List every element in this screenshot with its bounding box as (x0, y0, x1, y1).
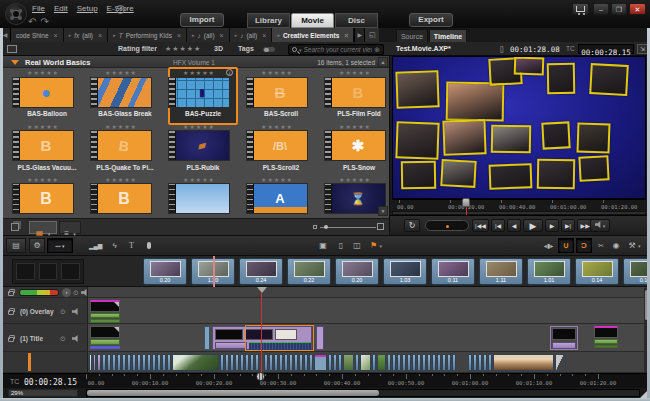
title-track-content[interactable] (88, 324, 644, 352)
storyboard-clip-1[interactable]: 0.20 (143, 258, 187, 285)
storyboard-clip-9[interactable]: 1.01 (527, 258, 571, 285)
next-clip-button[interactable]: ▶| (561, 219, 575, 232)
av-clip[interactable] (402, 354, 406, 371)
audio-mixer-button[interactable]: ◂▮▸ (540, 238, 557, 253)
item-rating-stars[interactable]: ★★★★★ (164, 123, 234, 130)
zoom-out-icon[interactable] (313, 225, 317, 229)
title-clip-1[interactable] (90, 326, 120, 350)
library-item-pls-rubik[interactable]: ▰ (168, 130, 230, 161)
step-forward-button[interactable]: ▶ (545, 219, 559, 232)
undo-redo-icons[interactable]: ↶↷ (28, 16, 53, 27)
av-track-header[interactable] (0, 352, 88, 373)
menu-file[interactable]: File (32, 4, 45, 13)
zoom-slider-handle[interactable] (324, 225, 328, 229)
av-clip[interactable] (250, 354, 254, 371)
library-item-bas-scroll[interactable]: B (246, 77, 308, 108)
library-tab--all-[interactable]: ▸♪(all)× (230, 28, 273, 42)
av-clip[interactable] (264, 354, 268, 371)
library-tab--all-[interactable]: ▸♪(all)× (187, 28, 230, 42)
library-item-pls-snow[interactable]: ✱ (324, 130, 386, 161)
av-clip[interactable] (97, 354, 101, 371)
item-rating-stars[interactable]: ★★★★★ (164, 176, 234, 183)
horizontal-scrollbar[interactable] (86, 389, 640, 397)
item-rating-stars[interactable]: ★★★★★ (242, 176, 312, 183)
av-clip[interactable] (483, 354, 487, 371)
library-tab-performing-kids[interactable]: ▸TPerforming Kids× (108, 28, 187, 42)
playhead-handle[interactable] (256, 372, 265, 381)
storyboard-clip-8[interactable]: 1.11 (479, 258, 523, 285)
item-info-icon[interactable]: i (226, 69, 233, 76)
av-clip[interactable] (473, 354, 477, 371)
import-button[interactable]: Import (180, 13, 224, 27)
search-clear-icon[interactable]: ⊗ (374, 46, 380, 54)
volume-button[interactable]: ▾ (590, 219, 610, 232)
av-clip[interactable] (147, 354, 151, 371)
item-rating-stars[interactable]: ★★★★★ (86, 123, 156, 130)
storyboard-clip-4[interactable]: 0.22 (287, 258, 331, 285)
av-clip[interactable] (245, 354, 249, 371)
overlay-track-header[interactable]: (0) Overlay ⊙ (0, 298, 88, 324)
storyboard-clip-10[interactable]: 0.14 (575, 258, 619, 285)
av-clip[interactable] (162, 354, 166, 371)
scenes-icon[interactable] (11, 223, 19, 231)
filter-3d-label[interactable]: 3D (214, 45, 223, 52)
item-rating-stars[interactable]: ★★★★★ (242, 69, 312, 76)
av-clip[interactable] (314, 354, 327, 371)
av-clip[interactable] (157, 354, 161, 371)
navigator-toggle-button[interactable]: ▤ (6, 238, 26, 253)
tab-library[interactable]: Library (247, 13, 290, 28)
tab-source[interactable]: Source (396, 29, 428, 42)
storyboard-empty-slots[interactable] (12, 259, 84, 284)
timecode-field[interactable]: 00:00:28.15 (578, 44, 634, 54)
tab-scroll-right-icon[interactable]: ▶ (354, 28, 365, 42)
av-clip[interactable] (122, 354, 126, 371)
settings-wrench-button[interactable]: ⚒ ▾ (624, 238, 645, 253)
minimize-button[interactable]: – (593, 3, 609, 15)
storyboard-clip-5[interactable]: 0.20 (335, 258, 379, 285)
item-rating-stars[interactable]: ★★★★★ (164, 69, 234, 76)
loop-button[interactable]: ↻ (404, 219, 420, 232)
library-item-untitled-2-1[interactable]: B (90, 183, 152, 214)
video-monitor[interactable] (392, 56, 646, 199)
tab-movie[interactable]: Movie (291, 13, 334, 28)
menu-setup[interactable]: Setup (77, 4, 98, 13)
library-item-bas-glass-break[interactable] (90, 77, 152, 108)
audio-monitor-button[interactable]: ◉ (609, 238, 623, 253)
av-clip[interactable] (127, 354, 131, 371)
av-clip[interactable] (417, 354, 421, 371)
lock-icon[interactable] (8, 291, 14, 296)
library-tab--all-[interactable]: ▸fx(all)× (64, 28, 109, 42)
list-view-button[interactable]: ≡ ▾ (59, 221, 81, 234)
av-clip[interactable] (235, 354, 239, 371)
av-clip[interactable] (377, 354, 386, 371)
storyboard-playhead[interactable] (213, 256, 215, 287)
thumbnail-zoom-slider[interactable] (320, 227, 376, 228)
library-tab-code-shine[interactable]: code Shine× (11, 28, 64, 42)
av-clip[interactable] (488, 354, 492, 371)
dynamic-length-button[interactable]: C (576, 238, 592, 253)
title-clip-right1[interactable] (550, 326, 578, 350)
av-clip[interactable] (299, 354, 303, 371)
store-cart-button[interactable] (572, 3, 589, 15)
eye-icon[interactable]: ⊙ (60, 308, 66, 315)
library-item-pls-quake-to-pi-[interactable]: B (90, 130, 152, 161)
timeline-settings-button[interactable]: ⚙ (29, 238, 45, 253)
av-clip[interactable] (338, 354, 342, 371)
zoom-percent-badge[interactable]: 29% (8, 389, 78, 397)
item-rating-stars[interactable]: ★★★★★ (320, 69, 390, 76)
play-button[interactable]: ▶ (523, 219, 543, 232)
title-clip-sliver2[interactable] (316, 326, 324, 350)
rating-filter-label[interactable]: Rating filter (118, 45, 157, 52)
storyboard-clip-7[interactable]: 0.11 (431, 258, 475, 285)
av-clip[interactable] (112, 354, 116, 371)
tab-disc[interactable]: Disc (335, 13, 378, 28)
av-clip[interactable] (555, 354, 566, 371)
library-item-untitled-2-3[interactable]: A (246, 183, 308, 214)
av-clip[interactable] (468, 354, 472, 371)
library-item-untitled-2-2[interactable] (168, 183, 230, 214)
av-clip[interactable] (172, 354, 219, 371)
title-track-header[interactable]: (1) Title ⊙ (0, 324, 88, 352)
voiceover-button[interactable] (141, 238, 156, 253)
library-item-untitled-2-4[interactable]: ⌛ (324, 183, 386, 214)
item-rating-stars[interactable]: ★★★★★ (8, 123, 78, 130)
